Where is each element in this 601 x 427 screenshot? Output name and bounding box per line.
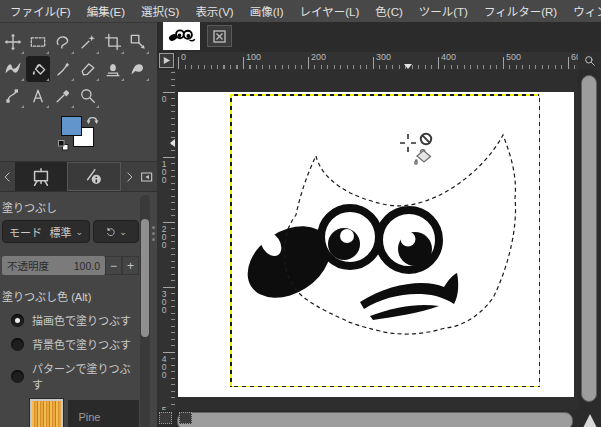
tool-move[interactable] bbox=[1, 29, 25, 55]
pattern-name[interactable]: Pine bbox=[68, 400, 139, 427]
mode-label: モード bbox=[9, 224, 42, 240]
tool-fuzzy-select[interactable] bbox=[76, 29, 100, 55]
paintbrush-icon bbox=[53, 59, 73, 79]
tool-free-select[interactable] bbox=[51, 29, 75, 55]
menu-filters[interactable]: フィルター(R) bbox=[476, 0, 565, 22]
tool-zoom[interactable] bbox=[76, 83, 100, 109]
tool-gradient[interactable] bbox=[1, 56, 25, 82]
tab-menu-button[interactable] bbox=[137, 162, 157, 191]
tool-transform[interactable] bbox=[126, 29, 150, 55]
bucket-cursor-icon bbox=[415, 150, 431, 165]
quick-mask-toggle[interactable] bbox=[179, 412, 192, 424]
tool-rectangle-select[interactable] bbox=[26, 29, 50, 55]
tool-color-picker[interactable] bbox=[51, 83, 75, 109]
wilber-left-glint bbox=[340, 229, 354, 243]
mode-dropdown[interactable]: モード 標準 ⌄ bbox=[2, 220, 90, 243]
opacity-decrement-button[interactable]: − bbox=[105, 256, 122, 275]
swap-colors-icon[interactable] bbox=[86, 114, 99, 125]
ruler-label: 200 bbox=[159, 224, 169, 248]
crosshair-icon bbox=[400, 134, 416, 152]
navigation-preview-button[interactable] bbox=[578, 410, 601, 427]
eyedropper-icon bbox=[53, 86, 73, 106]
canvas-area: 0 100 200 300 400 500 600 0 100 200 300 … bbox=[157, 22, 601, 427]
tool-crop[interactable] bbox=[101, 29, 125, 55]
tool-bucket-fill[interactable] bbox=[26, 56, 50, 82]
scrollbar-thumb[interactable] bbox=[141, 219, 149, 337]
tab-scroll-right-button[interactable] bbox=[121, 162, 136, 191]
horizontal-ruler[interactable]: 0 100 200 300 400 500 600 bbox=[176, 52, 578, 71]
rectangle-select-icon bbox=[28, 32, 48, 52]
image-viewport[interactable] bbox=[176, 70, 578, 410]
tool-options-scrollbar[interactable] bbox=[140, 195, 150, 427]
mode-switch-button[interactable]: ⌄ bbox=[93, 220, 139, 243]
radio-fill-bg-label: 背景色で塗りつぶす bbox=[32, 336, 131, 352]
toolbox bbox=[0, 23, 157, 110]
panel-resize-grip[interactable] bbox=[152, 226, 155, 242]
crop-icon bbox=[103, 32, 123, 52]
mode-value: 標準 bbox=[49, 224, 75, 240]
chevron-right-icon bbox=[122, 170, 136, 184]
scrollbar-thumb[interactable] bbox=[581, 75, 597, 402]
horizontal-scrollbar[interactable] bbox=[176, 410, 578, 427]
opacity-row: 不透明度 100.0 − + bbox=[2, 256, 139, 275]
zoom-follow-window-button[interactable] bbox=[578, 52, 601, 70]
radio-fill-bg[interactable]: 背景色で塗りつぶす bbox=[11, 336, 139, 352]
pattern-row: Pine bbox=[30, 399, 139, 427]
tool-clone[interactable] bbox=[101, 56, 125, 82]
tab-tool-presets[interactable] bbox=[67, 162, 121, 191]
menu-layer[interactable]: レイヤー(L) bbox=[292, 0, 368, 22]
smudge-icon bbox=[128, 59, 148, 79]
tool-paintbrush[interactable] bbox=[51, 56, 75, 82]
move-icon bbox=[3, 32, 23, 52]
magic-wand-icon bbox=[78, 32, 98, 52]
tool-eraser[interactable] bbox=[76, 56, 100, 82]
opacity-slider[interactable]: 不透明度 100.0 bbox=[2, 256, 105, 275]
menu-edit[interactable]: 編集(E) bbox=[79, 0, 133, 22]
fill-style-header: 塗りつぶし色 (Alt) bbox=[2, 288, 139, 304]
tool-smudge[interactable] bbox=[126, 56, 150, 82]
scrollbar-thumb[interactable] bbox=[177, 412, 573, 427]
tab-menu-icon bbox=[139, 169, 155, 185]
wilber-mouth bbox=[360, 273, 458, 309]
no-drop-icon bbox=[421, 134, 431, 144]
menu-select[interactable]: 選択(S) bbox=[133, 0, 187, 22]
vertical-ruler[interactable]: 0 100 200 300 400 5 bbox=[157, 70, 177, 410]
default-colors-icon[interactable] bbox=[58, 140, 69, 151]
vertical-scrollbar[interactable] bbox=[578, 70, 601, 410]
tool-options-title: 塗りつぶし bbox=[2, 199, 139, 215]
tab-scroll-left-button[interactable] bbox=[0, 162, 15, 191]
menu-bar: ファイル(F) 編集(E) 選択(S) 表示(V) 画像(I) レイヤー(L) … bbox=[0, 0, 601, 23]
easel-icon bbox=[30, 166, 52, 188]
tool-paths[interactable] bbox=[1, 83, 25, 109]
canvas-menu-button[interactable] bbox=[159, 53, 174, 68]
tool-text[interactable] bbox=[26, 83, 50, 109]
menu-image[interactable]: 画像(I) bbox=[242, 0, 292, 22]
menu-colors[interactable]: 色(C) bbox=[367, 0, 410, 22]
ruler-label: 200 bbox=[311, 52, 326, 62]
radio-fill-pattern[interactable]: パターンで塗りつぶす bbox=[11, 360, 139, 392]
x-box-icon bbox=[213, 30, 226, 43]
reset-cycle-icon bbox=[105, 226, 117, 238]
pointer-position-marker bbox=[404, 64, 412, 69]
chevron-down-icon: ⌄ bbox=[75, 227, 83, 237]
tab-tool-options[interactable] bbox=[15, 162, 67, 191]
image-tab-2[interactable] bbox=[207, 25, 232, 47]
image-tab-wilber[interactable] bbox=[163, 22, 200, 50]
eraser-icon bbox=[78, 59, 98, 79]
ruler-label: 5 bbox=[159, 405, 169, 410]
menu-tools[interactable]: ツール(T) bbox=[411, 0, 476, 22]
radio-fill-fg[interactable]: 描画色で塗りつぶす bbox=[11, 312, 139, 328]
text-icon bbox=[28, 86, 48, 106]
quick-mask-toggle[interactable] bbox=[159, 412, 172, 424]
menu-file[interactable]: ファイル(F) bbox=[2, 0, 79, 22]
play-triangle-icon bbox=[162, 56, 171, 65]
opacity-increment-button[interactable]: + bbox=[122, 256, 139, 275]
wilber-eyes-icon bbox=[168, 28, 196, 44]
menu-windows[interactable]: ウィンドウ(W) bbox=[565, 0, 601, 22]
ruler-label: 600 bbox=[571, 52, 578, 62]
pattern-swatch[interactable] bbox=[30, 399, 63, 427]
ruler-label: 0 bbox=[181, 52, 186, 62]
menu-view[interactable]: 表示(V) bbox=[187, 0, 241, 22]
ruler-label: 0 bbox=[159, 94, 169, 102]
foreground-color-swatch[interactable] bbox=[61, 116, 82, 136]
